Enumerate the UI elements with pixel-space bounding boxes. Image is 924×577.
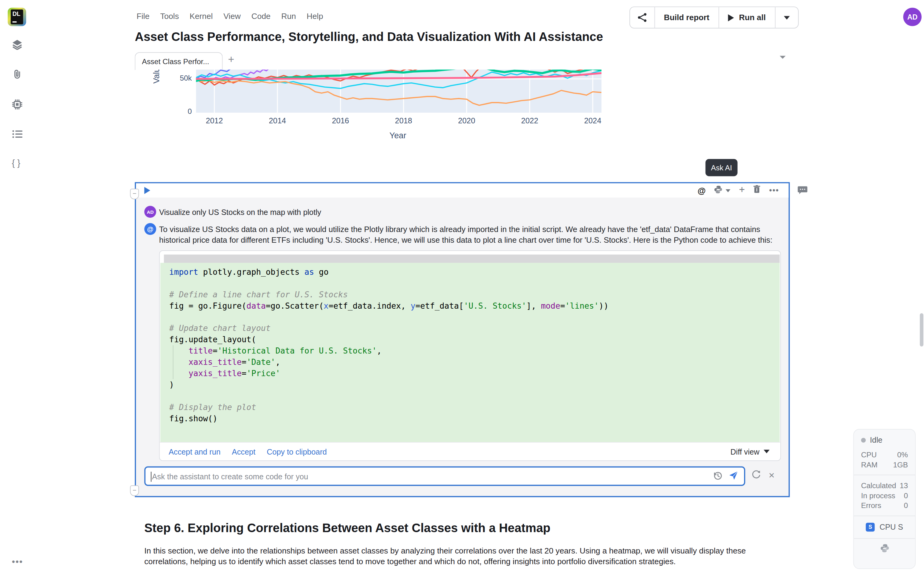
x-tick-label: 2020 xyxy=(454,116,480,125)
x-tick-label: 2016 xyxy=(328,116,354,125)
code-line xyxy=(169,278,775,289)
cell-collapse-handle[interactable]: − xyxy=(130,189,139,199)
kernel-status-panel: Idle CPU0%RAM1GB Calculated13In process0… xyxy=(853,429,916,569)
python-kernel-icon[interactable] xyxy=(714,185,723,196)
counter-row: In process0 xyxy=(861,491,908,501)
menu-item-run[interactable]: Run xyxy=(281,12,296,21)
prompt-history-icon[interactable] xyxy=(712,471,723,483)
run-cell-icon[interactable] xyxy=(144,187,150,194)
close-assistant-icon[interactable]: ✕ xyxy=(769,471,775,480)
tab-label: Asset Class Perfor... xyxy=(142,57,209,66)
x-tick-label: 2014 xyxy=(264,116,291,125)
share-button[interactable] xyxy=(630,7,654,28)
datalore-app: DL { } ••• FileToolsKernelViewCodeRunHel… xyxy=(0,0,924,577)
viewport: DL { } ••• FileToolsKernelViewCodeRunHel… xyxy=(0,0,924,577)
left-sidebar: DL { } ••• xyxy=(0,0,34,577)
regenerate-icon[interactable] xyxy=(751,469,761,482)
code-line: xaxis_title='Date', xyxy=(169,356,775,368)
variables-braces-icon[interactable]: { } xyxy=(12,158,23,169)
comment-icon[interactable] xyxy=(798,185,808,197)
ai-response-text: To visualize US Stocks data on a plot, w… xyxy=(159,224,774,245)
machine-type[interactable]: S CPU S xyxy=(854,516,915,538)
attachments-icon[interactable] xyxy=(12,69,23,79)
y-tick-50k: 50k xyxy=(169,74,192,82)
build-report-button[interactable]: Build report xyxy=(654,7,718,28)
code-line: import plotly.graph_objects as go xyxy=(169,266,775,278)
x-axis-ticks: 2012201420162018202020222024 xyxy=(135,116,790,126)
line-chart xyxy=(196,69,601,113)
cell-toolbar: @ + ••• xyxy=(698,185,779,195)
ask-ai-button[interactable]: Ask AI xyxy=(706,159,738,176)
scrollbar-thumb[interactable] xyxy=(920,313,923,347)
environment-chip-icon[interactable] xyxy=(12,99,23,110)
collapse-chevron-icon[interactable] xyxy=(780,56,785,59)
suggestion-actions: Accept and run Accept Copy to clipboard … xyxy=(160,442,780,460)
more-options-icon[interactable]: ••• xyxy=(12,556,23,567)
section-paragraph: In this section, we delve into the relat… xyxy=(144,546,766,567)
layers-icon[interactable] xyxy=(12,39,23,50)
diff-context-band xyxy=(164,255,779,263)
resource-row: CPU0% xyxy=(861,450,908,460)
delete-cell-icon[interactable] xyxy=(753,185,761,196)
menu-item-file[interactable]: File xyxy=(137,12,149,21)
cell-header xyxy=(136,184,788,198)
status-label: Idle xyxy=(870,435,882,444)
chevron-down-icon xyxy=(783,16,789,19)
run-all-play-icon xyxy=(728,14,733,21)
cell-collapse-handle[interactable]: − xyxy=(130,485,139,496)
build-report-label: Build report xyxy=(664,13,709,22)
menu-item-tools[interactable]: Tools xyxy=(160,12,179,21)
code-line: # Define a line chart for U.S. Stocks xyxy=(169,289,775,300)
code-line: yaxis_title='Price' xyxy=(169,368,775,379)
kernel-chevron-icon[interactable] xyxy=(726,189,731,192)
user-avatar[interactable]: AD xyxy=(903,8,922,26)
kernel-status: Idle xyxy=(861,435,908,444)
code-line: title='Historical Data for U.S. Stocks', xyxy=(169,345,775,356)
menu-item-help[interactable]: Help xyxy=(307,12,323,21)
notebook-title: Asset Class Performance, Storytelling, a… xyxy=(135,30,603,44)
user-prompt-text: Visualize only US Stocks on the map with… xyxy=(159,208,321,216)
diff-added-block: import plotly.graph_objects as go # Defi… xyxy=(160,263,780,443)
send-prompt-icon[interactable] xyxy=(729,471,739,483)
ai-response-avatar: @ xyxy=(144,223,156,235)
code-suggestion-box: import plotly.graph_objects as go # Defi… xyxy=(159,250,781,461)
python-code[interactable]: import plotly.graph_objects as go # Defi… xyxy=(169,266,775,424)
code-line: ) xyxy=(169,379,775,390)
menu-item-kernel[interactable]: Kernel xyxy=(189,12,213,21)
diff-view-dropdown[interactable]: Diff view xyxy=(730,447,770,456)
accept-and-run-button[interactable]: Accept and run xyxy=(169,447,221,456)
avatar-initials: AD xyxy=(907,13,918,21)
code-line xyxy=(169,311,775,323)
run-all-button[interactable]: Run all xyxy=(718,7,775,28)
code-line xyxy=(169,390,775,402)
diff-view-label: Diff view xyxy=(730,447,759,456)
run-options-dropdown[interactable] xyxy=(775,7,798,28)
accept-button[interactable]: Accept xyxy=(232,447,255,456)
datalore-logo-icon[interactable]: DL xyxy=(8,8,26,26)
counter-row: Calculated13 xyxy=(861,481,908,491)
toolbar-button-group: Build report Run all xyxy=(630,6,798,28)
ai-prompt-input[interactable]: Ask the assistant to create some code fo… xyxy=(144,466,745,486)
ai-assistant-icon[interactable]: @ xyxy=(698,185,706,195)
menu-item-code[interactable]: Code xyxy=(252,12,271,21)
cell-more-icon[interactable]: ••• xyxy=(769,185,779,195)
x-tick-label: 2012 xyxy=(201,116,228,125)
ask-ai-label: Ask AI xyxy=(711,163,732,172)
add-tab-button[interactable]: + xyxy=(228,53,234,66)
add-cell-icon[interactable]: + xyxy=(739,185,745,195)
outline-list-icon[interactable] xyxy=(12,129,23,140)
plotly-chart-output: 50k 0 Value ($) 201220142016201820202022… xyxy=(135,69,790,144)
menu-item-view[interactable]: View xyxy=(223,12,241,21)
y-tick-0: 0 xyxy=(169,108,192,116)
python-env-icon xyxy=(854,538,915,556)
status-dot-icon xyxy=(861,437,866,442)
x-tick-label: 2018 xyxy=(391,116,417,125)
copy-to-clipboard-button[interactable]: Copy to clipboard xyxy=(267,447,327,456)
machine-label: CPU S xyxy=(879,522,903,531)
x-axis-label: Year xyxy=(380,131,416,140)
x-tick-label: 2022 xyxy=(517,116,543,125)
ai-assistant-cell[interactable]: @ + ••• − − AD Visualize only US Stocks … xyxy=(135,182,790,497)
tab-asset-class[interactable]: Asset Class Perfor... xyxy=(135,52,223,70)
counter-row: Errors0 xyxy=(861,501,908,511)
y-axis-label: Value ($) xyxy=(152,69,161,103)
